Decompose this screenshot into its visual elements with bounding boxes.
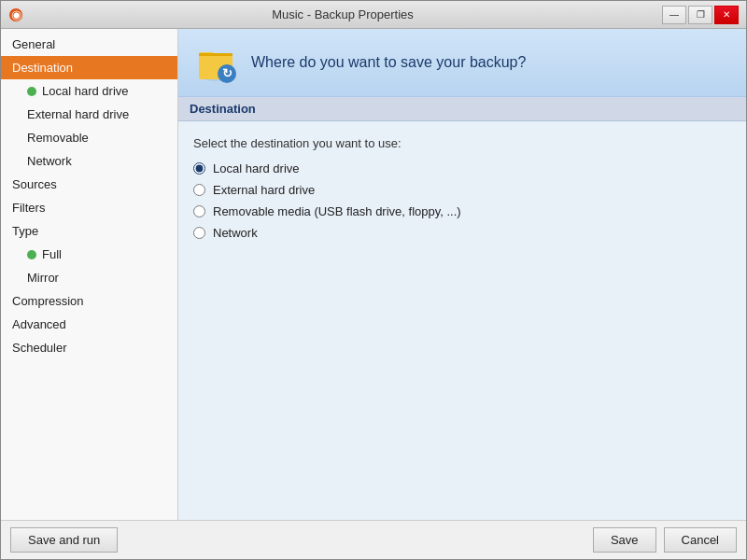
sidebar-item-label-external-hard-drive: External hard drive: [27, 107, 129, 121]
sidebar-item-mirror[interactable]: Mirror: [1, 266, 177, 289]
svg-rect-5: [199, 53, 233, 56]
radio-option-opt-network[interactable]: Network: [193, 226, 731, 240]
sidebar-item-compression[interactable]: Compression: [1, 289, 177, 313]
radio-input-opt-network[interactable]: [193, 227, 205, 239]
bottom-right-buttons: Save Cancel: [593, 527, 737, 553]
sidebar-item-network[interactable]: Network: [1, 149, 177, 173]
sidebar-item-label-removable: Removable: [27, 131, 89, 145]
main-window: ◉ Music - Backup Properties — ❐ ✕ Genera…: [0, 0, 747, 560]
sidebar-item-removable[interactable]: Removable: [1, 126, 177, 149]
radio-option-opt-removable[interactable]: Removable media (USB flash drive, floppy…: [193, 204, 731, 218]
svg-text:↻: ↻: [222, 66, 233, 80]
bottom-bar: Save and run Save Cancel: [1, 520, 746, 559]
radio-label-opt-network: Network: [213, 226, 258, 240]
sidebar-item-label-type: Type: [12, 224, 38, 238]
bottom-left-buttons: Save and run: [10, 527, 118, 553]
sidebar-item-scheduler[interactable]: Scheduler: [1, 336, 177, 359]
radio-input-opt-removable[interactable]: [193, 205, 205, 217]
main-panel: ↻ Where do you want to save your backup?…: [178, 29, 746, 520]
radio-label-opt-local: Local hard drive: [213, 161, 300, 175]
destination-options: Local hard driveExternal hard driveRemov…: [193, 161, 731, 240]
restore-button[interactable]: ❐: [688, 6, 712, 24]
svg-text:◉: ◉: [11, 7, 21, 21]
sidebar-item-label-general: General: [12, 37, 55, 51]
minimize-button[interactable]: —: [662, 6, 686, 24]
content-area: GeneralDestinationLocal hard driveExtern…: [1, 29, 746, 520]
sidebar-item-sources[interactable]: Sources: [1, 173, 177, 196]
sidebar-item-label-advanced: Advanced: [12, 317, 66, 331]
sidebar-item-label-sources: Sources: [12, 177, 57, 191]
sidebar-item-full[interactable]: Full: [1, 243, 177, 266]
sidebar-item-label-network: Network: [27, 154, 72, 168]
status-dot-full: [27, 250, 36, 259]
header-question: Where do you want to save your backup?: [251, 54, 526, 71]
sidebar-item-type[interactable]: Type: [1, 219, 177, 243]
sidebar-item-advanced[interactable]: Advanced: [1, 313, 177, 336]
backup-icon: ↻: [193, 40, 238, 85]
radio-label-opt-external: External hard drive: [213, 183, 315, 197]
radio-input-opt-local[interactable]: [193, 162, 205, 175]
radio-input-opt-external[interactable]: [193, 184, 205, 196]
sidebar-item-filters[interactable]: Filters: [1, 196, 177, 219]
sidebar-item-destination[interactable]: Destination: [1, 56, 177, 79]
sidebar-item-label-scheduler: Scheduler: [12, 341, 67, 355]
sidebar-item-label-destination: Destination: [12, 61, 73, 75]
sidebar-item-label-local-hard-drive: Local hard drive: [42, 84, 129, 98]
main-content: Destination Select the destination you w…: [178, 97, 746, 520]
radio-option-opt-external[interactable]: External hard drive: [193, 183, 731, 197]
sidebar-item-label-mirror: Mirror: [27, 271, 59, 285]
window-title: Music - Backup Properties: [23, 7, 662, 21]
close-button[interactable]: ✕: [714, 6, 739, 24]
sidebar-item-label-full: Full: [42, 247, 62, 261]
content-body: Select the destination you want to use: …: [178, 136, 746, 255]
window-controls: — ❐ ✕: [662, 6, 739, 24]
sidebar-item-external-hard-drive[interactable]: External hard drive: [1, 103, 177, 126]
sidebar: GeneralDestinationLocal hard driveExtern…: [1, 29, 178, 520]
save-button[interactable]: Save: [593, 527, 656, 553]
destination-subtitle: Select the destination you want to use:: [193, 136, 731, 150]
radio-option-opt-local[interactable]: Local hard drive: [193, 161, 731, 175]
section-header: Destination: [178, 97, 746, 121]
radio-label-opt-removable: Removable media (USB flash drive, floppy…: [213, 204, 461, 218]
main-header: ↻ Where do you want to save your backup?: [178, 29, 746, 97]
save-run-button[interactable]: Save and run: [10, 527, 118, 553]
sidebar-item-label-compression: Compression: [12, 294, 84, 308]
title-bar: ◉ Music - Backup Properties — ❐ ✕: [1, 1, 746, 29]
sidebar-item-general[interactable]: General: [1, 33, 177, 56]
sidebar-item-local-hard-drive[interactable]: Local hard drive: [1, 79, 177, 103]
cancel-button[interactable]: Cancel: [664, 527, 737, 553]
app-icon: ◉: [8, 7, 23, 22]
status-dot-local-hard-drive: [27, 87, 36, 96]
sidebar-item-label-filters: Filters: [12, 201, 45, 215]
